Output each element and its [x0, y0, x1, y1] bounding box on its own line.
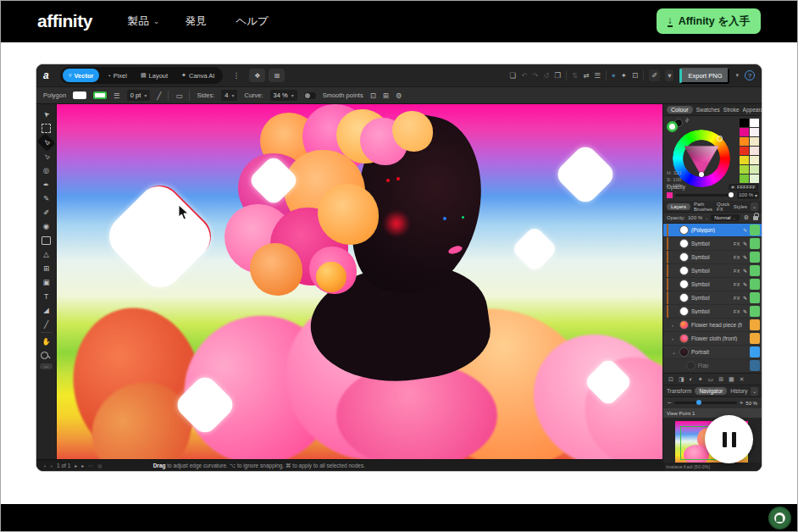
zoom-slider-knob[interactable] [696, 400, 701, 405]
assets-icon[interactable]: ✦ [621, 71, 627, 80]
opacity-slider-knob[interactable] [729, 192, 734, 197]
fx-badge[interactable]: FX [734, 269, 740, 274]
tab-appearance[interactable]: Appearance [743, 107, 762, 113]
layer-visibility-toggle[interactable] [750, 360, 760, 371]
align-icon[interactable]: ☰ [594, 71, 601, 80]
layer-visibility-toggle[interactable] [750, 238, 760, 249]
delete-layer-icon[interactable]: ✕ [740, 376, 745, 383]
last-page-icon[interactable]: ▸ [81, 463, 84, 468]
layer-visibility-toggle[interactable] [750, 224, 760, 236]
layer-row[interactable]: Flap [663, 359, 762, 373]
zoom-slider[interactable] [674, 402, 737, 404]
share-button[interactable]: ❖ [249, 69, 265, 82]
blend-mode-dropdown[interactable]: Normal ⌄ [711, 214, 740, 221]
persona-menu-icon[interactable]: ⋮ [229, 71, 243, 80]
hand-tool[interactable]: ✋ [39, 335, 53, 347]
layer-row[interactable]: Symbol FX ✎ [663, 264, 762, 278]
recent-colour-swatch[interactable] [667, 192, 673, 198]
pencil-tool[interactable]: ✎ [39, 192, 53, 204]
tab-styles[interactable]: Styles [734, 204, 747, 209]
fill-tool[interactable]: ◉ [39, 220, 53, 232]
edit-icon[interactable]: ✎ [743, 281, 747, 287]
export-png-button[interactable]: Export PNG [679, 68, 729, 84]
layer-row[interactable]: ⌄ Portrait [663, 346, 762, 359]
swap-colours-icon[interactable]: ⇄ [683, 116, 690, 124]
boolean-ops-icon[interactable]: ❏ [510, 71, 517, 80]
undo-icon[interactable]: ↶ [521, 71, 527, 80]
adjustment-icon[interactable]: ◐ [690, 376, 693, 382]
layer-row[interactable]: › Flower head piece (front) [663, 319, 762, 332]
snapping-icon[interactable]: ⌖ [612, 71, 616, 80]
live-filter-icon[interactable]: ✦ [698, 376, 703, 383]
toolbar-divider[interactable] [606, 70, 607, 80]
flip-icon[interactable]: ⇄ [583, 71, 589, 80]
hue-selector-dot[interactable] [717, 136, 723, 141]
nav-item[interactable]: 製品 ⌄ [128, 14, 160, 29]
swatch-cell[interactable] [740, 119, 749, 127]
text-tool[interactable]: T [39, 291, 53, 302]
marquee-tool[interactable] [39, 123, 53, 135]
next-page-icon[interactable]: ▸ [75, 463, 77, 468]
new-layer-icon[interactable]: ⊞ [718, 376, 723, 383]
swatch-cell[interactable] [740, 175, 749, 183]
layer-row[interactable]: Symbol FX ✎ [663, 251, 762, 264]
help-button[interactable]: ? [745, 70, 755, 80]
polygon-shape-selected[interactable] [100, 176, 219, 296]
layer-visibility-toggle[interactable] [750, 265, 760, 276]
layer-row[interactable]: (Polygon) ✎ [663, 224, 762, 237]
nav-item[interactable]: ヘルプ [236, 14, 272, 29]
tab-swatches[interactable]: Swatches [696, 107, 720, 113]
pen-mode-caret[interactable]: ▾ [665, 69, 673, 81]
tools-divider[interactable] [41, 332, 53, 333]
edit-icon[interactable]: ✎ [743, 254, 747, 260]
edit-icon[interactable]: ✎ [743, 308, 747, 314]
contour-tool[interactable]: ▻ [37, 147, 56, 166]
opacity-slider[interactable] [675, 194, 734, 197]
edit-icon[interactable]: ✎ [743, 227, 747, 233]
persona-canva-ai[interactable]: ✦ Canva AI [175, 69, 220, 82]
prev-page-icon[interactable]: ◂ [50, 463, 53, 468]
expander-icon[interactable]: ⌄ [672, 349, 677, 355]
stroke-swatch[interactable] [93, 91, 107, 99]
swatch-cell[interactable] [740, 128, 749, 136]
polygon-shape[interactable] [553, 142, 618, 207]
tab-quick-fx[interactable]: Quick FX [717, 202, 730, 212]
cookie-consent-button[interactable] [768, 507, 791, 529]
crop-tool[interactable]: ⊞ [39, 263, 53, 274]
tab-navigator[interactable]: Navigator [695, 387, 727, 395]
tab-transform[interactable]: Transform [667, 388, 691, 394]
gear-icon[interactable]: ⚙ [744, 214, 749, 221]
apps-grid-button[interactable]: ⊞ [269, 69, 285, 82]
duplicate-icon[interactable]: ❐ [555, 71, 562, 80]
layer-row[interactable]: › Flower cloth (front) [663, 332, 762, 346]
stroke-style-icon[interactable]: ╱ [157, 91, 161, 100]
point-transform-tool[interactable]: ◎ [39, 164, 53, 176]
hex-value-field[interactable]: #: FFFFFF [729, 184, 758, 191]
get-affinity-button[interactable]: ↓ Affinity を入手 [657, 8, 761, 34]
tab-history[interactable]: History [730, 388, 747, 394]
more-tools-button[interactable]: ⋯ [40, 363, 53, 369]
history-icon[interactable]: ↺ [543, 71, 549, 80]
swatch-cell[interactable] [740, 137, 749, 146]
layer-visibility-toggle[interactable] [750, 279, 760, 290]
fx-badge[interactable]: FX [734, 255, 740, 260]
grid-icon[interactable]: ⊞ [383, 91, 389, 100]
frame-icon[interactable]: ▭ [175, 91, 182, 100]
redo-icon[interactable]: ↷ [532, 71, 538, 80]
opacity-value-dropdown[interactable]: 100 % ▾ [737, 191, 759, 199]
layer-visibility-toggle[interactable] [750, 292, 760, 303]
swatch-cell[interactable] [750, 147, 759, 155]
select-box-icon[interactable]: ⊡ [632, 71, 638, 80]
vector-brush-tool[interactable]: ✐ [39, 207, 53, 219]
polygon-shape[interactable] [511, 225, 559, 274]
layer-row[interactable]: Symbol FX ✎ [663, 291, 762, 305]
swatch-cell[interactable] [750, 128, 759, 136]
layer-visibility-toggle[interactable] [750, 346, 760, 357]
swatch-cell[interactable] [740, 165, 749, 174]
layer-row[interactable]: Symbol FX ✎ [663, 278, 762, 291]
stroke-width-dropdown[interactable]: 0 pt ▾ [127, 90, 151, 101]
sides-stepper[interactable]: 4 ▾ [221, 90, 237, 101]
swatch-cell[interactable] [750, 137, 759, 146]
lock-icon[interactable] [753, 216, 758, 220]
chevron-down-icon[interactable]: ⌄ [751, 202, 758, 211]
